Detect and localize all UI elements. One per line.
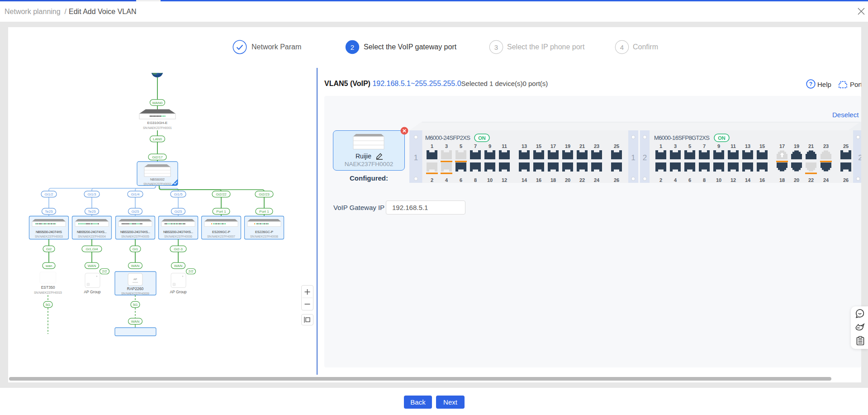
svg-text:SN:NAEK237FH0006: SN:NAEK237FH0006	[164, 235, 192, 238]
svg-text:10: 10	[487, 177, 493, 183]
svg-text:9: 9	[489, 143, 491, 149]
svg-text:Gi1/4: Gi1/4	[131, 192, 140, 196]
svg-text:19: 19	[794, 143, 799, 149]
svg-text:8: 8	[703, 177, 706, 183]
svg-text:14: 14	[522, 177, 527, 183]
svg-text:AP Group: AP Group	[84, 290, 100, 294]
svg-text:Gi2/17: Gi2/17	[152, 155, 163, 159]
svg-text:14: 14	[745, 177, 751, 183]
svg-text:15: 15	[759, 143, 765, 149]
svg-text:12: 12	[730, 177, 736, 183]
svg-text:WAN0: WAN0	[152, 101, 163, 105]
svg-text:20: 20	[794, 177, 799, 183]
svg-text:18: 18	[550, 177, 556, 183]
svg-text:22: 22	[808, 177, 814, 183]
svg-text:Gi1/5: Gi1/5	[174, 192, 183, 196]
svg-text:2/2: 2/2	[102, 269, 107, 273]
svg-text:2: 2	[351, 43, 354, 51]
svg-text:1: 1	[414, 153, 418, 162]
svg-text:WAN: WAN	[174, 264, 183, 268]
svg-text:13: 13	[522, 143, 527, 149]
svg-text:SN:NAEK237FH0015: SN:NAEK237FH0015	[34, 291, 62, 294]
svg-text:AP: AP	[133, 278, 137, 281]
svg-text:26: 26	[843, 177, 849, 183]
svg-text:16: 16	[759, 177, 765, 183]
svg-text:EST350: EST350	[41, 285, 55, 290]
svg-text:5G: 5G	[46, 303, 51, 307]
svg-text:6: 6	[460, 177, 462, 183]
svg-text:ON: ON	[718, 135, 726, 141]
svg-text:SN:NAEK237FH0007: SN:NAEK237FH0007	[207, 235, 235, 238]
svg-text:2/2: 2/2	[188, 269, 194, 273]
svg-text:Gi2/23: Gi2/23	[259, 192, 270, 196]
svg-text:AP Group: AP Group	[170, 290, 186, 294]
svg-text:15: 15	[536, 143, 541, 149]
svg-text:NBS6002: NBS6002	[150, 177, 165, 181]
svg-text:3: 3	[445, 143, 448, 149]
svg-text:NBS5200-24GT4XS...: NBS5200-24GT4XS...	[77, 230, 107, 234]
svg-text:19: 19	[565, 143, 570, 149]
svg-text:Gi1/2: Gi1/2	[44, 192, 53, 196]
svg-text:12: 12	[502, 177, 507, 183]
svg-text:?: ?	[809, 81, 812, 87]
svg-text:2: 2	[659, 177, 662, 183]
svg-text:9: 9	[717, 143, 720, 149]
svg-text:SN:NAEK237FH0008: SN:NAEK237FH0008	[250, 235, 278, 238]
svg-text:Te25: Te25	[88, 210, 96, 214]
svg-text:24: 24	[594, 177, 600, 183]
svg-text:NBS5200-24GT4XS: NBS5200-24GT4XS	[36, 230, 62, 234]
svg-text:21: 21	[579, 143, 585, 149]
svg-text:SN:NAEK237FH0001: SN:NAEK237FH0001	[143, 126, 172, 129]
svg-text:25: 25	[614, 143, 619, 149]
svg-text:SN:NAEK237FH0003: SN:NAEK237FH0003	[35, 235, 63, 238]
svg-text:7: 7	[474, 143, 477, 149]
svg-text:M6000-24SFP2XS: M6000-24SFP2XS	[425, 134, 470, 141]
svg-text:4: 4	[674, 177, 677, 183]
svg-text:ON: ON	[478, 135, 486, 141]
svg-text:Gi25: Gi25	[175, 210, 182, 214]
svg-text:WAN: WAN	[88, 264, 96, 268]
svg-text:NBS3200-24GT4XS...: NBS3200-24GT4XS...	[163, 230, 193, 234]
svg-text:18: 18	[779, 177, 785, 183]
svg-text:3: 3	[674, 143, 677, 149]
svg-text:5: 5	[460, 143, 462, 149]
svg-text:WAN: WAN	[131, 320, 140, 324]
svg-text:10: 10	[716, 177, 721, 183]
svg-text:5: 5	[688, 143, 691, 149]
svg-text:Gi1,Gi4: Gi1,Gi4	[85, 247, 98, 251]
svg-text:17: 17	[550, 143, 556, 149]
svg-text:ES209GC-P: ES209GC-P	[212, 230, 230, 234]
svg-text:8: 8	[474, 177, 477, 183]
svg-text:Gi1: Gi1	[133, 247, 138, 251]
svg-text:Port 1: Port 1	[216, 210, 226, 214]
svg-text:2: 2	[643, 153, 647, 162]
svg-text:LAN0: LAN0	[153, 137, 162, 141]
svg-text:Gi1/3: Gi1/3	[87, 192, 96, 196]
svg-text:wan: wan	[45, 264, 52, 268]
svg-text:SN:NAEK237FH0005: SN:NAEK237FH0005	[121, 235, 149, 238]
svg-text:Gi2: Gi2	[46, 247, 52, 251]
svg-text:SN:NAEK237FH0009: SN:NAEK237FH0009	[121, 292, 149, 295]
svg-text:RAP2260: RAP2260	[127, 286, 144, 291]
svg-text:22: 22	[579, 177, 585, 183]
svg-text:1: 1	[631, 153, 635, 162]
svg-text:7: 7	[703, 143, 706, 149]
svg-text:Port 1: Port 1	[259, 210, 269, 214]
svg-text:25: 25	[843, 143, 849, 149]
svg-text:Gi2/22: Gi2/22	[216, 192, 227, 196]
svg-text:SN:NAEK237FH0004: SN:NAEK237FH0004	[78, 235, 106, 238]
svg-text:5G: 5G	[133, 303, 138, 307]
svg-text:4: 4	[445, 177, 448, 183]
svg-text:3: 3	[494, 43, 498, 51]
svg-text:Te25: Te25	[45, 210, 53, 214]
svg-text:Gi2-3: Gi2-3	[174, 247, 183, 251]
svg-text:23: 23	[823, 143, 829, 149]
svg-text:16: 16	[536, 177, 541, 183]
svg-text:23: 23	[594, 143, 599, 149]
svg-text:1: 1	[659, 143, 662, 149]
svg-text:21: 21	[808, 143, 814, 149]
svg-text:M6000-16SFP8GT2XS: M6000-16SFP8GT2XS	[654, 134, 710, 141]
svg-text:6: 6	[688, 177, 691, 183]
svg-text:2: 2	[858, 153, 861, 162]
svg-text:EG310GH-E: EG310GH-E	[147, 121, 168, 125]
